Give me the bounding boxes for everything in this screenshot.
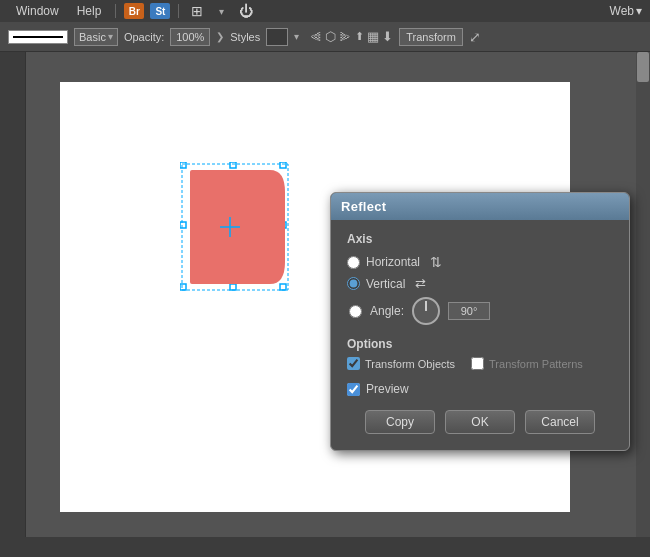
svg-rect-1 — [180, 162, 186, 168]
menu-chevron[interactable]: ▾ — [211, 4, 232, 19]
stroke-chevron: ▾ — [108, 31, 113, 42]
dialog-title: Reflect — [341, 199, 386, 214]
horizontal-reflect-icon: ⇅ — [430, 254, 442, 270]
transform-objects-row: Transform Objects — [347, 357, 455, 370]
options-label: Options — [347, 337, 613, 351]
stroke-style-select[interactable]: Basic ▾ — [74, 28, 118, 46]
transform-patterns-row: Transform Patterns — [471, 357, 583, 370]
stroke-preview[interactable] — [8, 30, 68, 44]
copy-button[interactable]: Copy — [365, 410, 435, 434]
style-box[interactable] — [266, 28, 288, 46]
stroke-line — [13, 36, 63, 38]
angle-dial[interactable] — [412, 297, 440, 325]
dialog-body: Axis Horizontal ⇅ Vertical ⇄ Angle: — [331, 220, 629, 450]
transform-patterns-label: Transform Patterns — [489, 358, 583, 370]
transform-objects-label: Transform Objects — [365, 358, 455, 370]
menu-separator-1 — [115, 4, 116, 18]
dial-hand — [425, 301, 427, 311]
angle-row: Angle: — [349, 297, 613, 325]
svg-rect-5 — [230, 162, 236, 168]
scrollbar-right[interactable] — [636, 52, 650, 557]
web-text: Web — [610, 4, 634, 18]
stroke-label: Basic — [79, 31, 106, 43]
horizontal-row: Horizontal ⇅ — [347, 254, 613, 270]
angle-input[interactable] — [448, 302, 490, 320]
tools-panel — [0, 52, 26, 557]
reflect-dialog: Reflect Axis Horizontal ⇅ Vertical ⇄ Ang… — [330, 192, 630, 451]
vertical-row: Vertical ⇄ — [347, 276, 613, 291]
menu-help[interactable]: Help — [69, 2, 110, 20]
stock-icon[interactable]: St — [150, 3, 170, 19]
svg-rect-7 — [180, 222, 186, 228]
web-label[interactable]: Web ▾ — [610, 4, 642, 18]
main-toolbar: Basic ▾ Opacity: 100% ❯ Styles ▾ ⫷ ⬡ ⫸ ⬆… — [0, 22, 650, 52]
axis-label: Axis — [347, 232, 613, 246]
align-right-icon[interactable]: ⫸ — [339, 29, 352, 44]
transform-patterns-checkbox[interactable] — [471, 357, 484, 370]
angle-label: Angle: — [370, 304, 404, 318]
vertical-reflect-icon: ⇄ — [415, 276, 426, 291]
dialog-titlebar: Reflect — [331, 193, 629, 220]
horizontal-label: Horizontal — [366, 255, 420, 269]
shape-svg — [180, 162, 290, 292]
svg-rect-4 — [280, 284, 286, 290]
dialog-buttons: Copy OK Cancel — [347, 410, 613, 438]
angle-radio[interactable] — [349, 305, 362, 318]
align-left-icon[interactable]: ⫷ — [309, 29, 322, 44]
styles-chevron: ▾ — [294, 31, 299, 42]
shape-container — [180, 162, 290, 295]
web-chevron: ▾ — [636, 4, 642, 18]
power-icon[interactable]: ⏻ — [236, 3, 256, 19]
bottom-bar — [0, 537, 650, 557]
vertical-label: Vertical — [366, 277, 405, 291]
styles-label: Styles — [230, 31, 260, 43]
transform-label: Transform — [406, 31, 456, 43]
workspace-grid-icon[interactable]: ⊞ — [187, 3, 207, 19]
menu-window[interactable]: Window — [8, 2, 67, 20]
align-center-v-icon[interactable]: ▦ — [367, 29, 379, 44]
preview-label: Preview — [366, 382, 409, 396]
preview-checkbox[interactable] — [347, 383, 360, 396]
bridge-icon[interactable]: Br — [124, 3, 144, 19]
align-center-h-icon[interactable]: ⬡ — [325, 29, 336, 44]
align-icons: ⫷ ⬡ ⫸ ⬆ ▦ ⬇ — [309, 29, 393, 44]
svg-rect-2 — [280, 162, 286, 168]
canvas-area: Reflect Axis Horizontal ⇅ Vertical ⇄ Ang… — [0, 52, 650, 557]
opacity-value: 100% — [176, 31, 204, 43]
horizontal-radio[interactable] — [347, 256, 360, 269]
opacity-input[interactable]: 100% — [170, 28, 210, 46]
menu-separator-2 — [178, 4, 179, 18]
opacity-chevron: ❯ — [216, 31, 224, 42]
align-top-icon[interactable]: ⬆ — [355, 30, 364, 43]
align-bottom-icon[interactable]: ⬇ — [382, 29, 393, 44]
cancel-button[interactable]: Cancel — [525, 410, 595, 434]
svg-rect-3 — [180, 284, 186, 290]
transform-button[interactable]: Transform — [399, 28, 463, 46]
transform-objects-checkbox[interactable] — [347, 357, 360, 370]
opacity-label: Opacity: — [124, 31, 164, 43]
menu-bar: Window Help Br St ⊞ ▾ ⏻ Web ▾ — [0, 0, 650, 22]
svg-rect-6 — [230, 284, 236, 290]
options-row: Transform Objects Transform Patterns — [347, 357, 613, 370]
options-section: Options Transform Objects Transform Patt… — [347, 337, 613, 370]
preview-row: Preview — [347, 382, 613, 396]
scrollbar-thumb[interactable] — [637, 52, 649, 82]
expand-icon[interactable]: ⤢ — [469, 29, 481, 45]
ok-button[interactable]: OK — [445, 410, 515, 434]
vertical-radio[interactable] — [347, 277, 360, 290]
